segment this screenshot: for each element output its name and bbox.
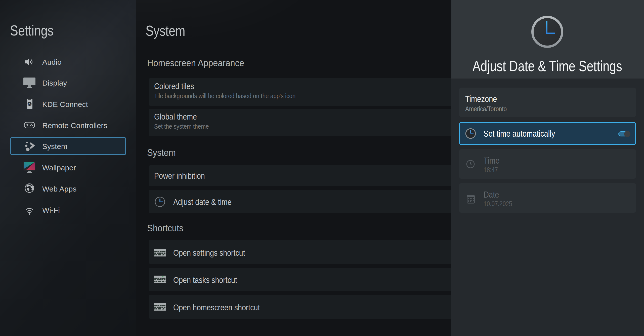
svg-text:K: K [28,102,31,106]
